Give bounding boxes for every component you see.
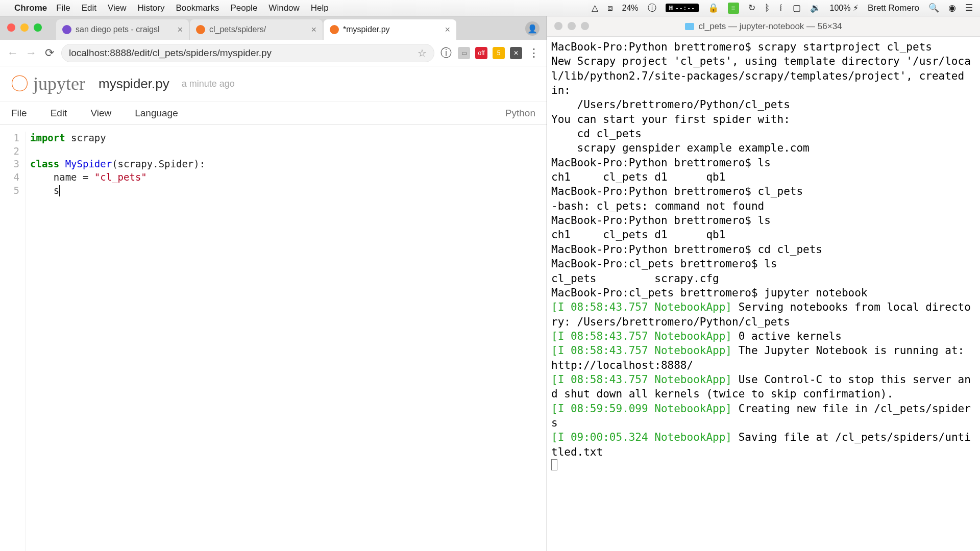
tab-close-icon[interactable]: ×: [445, 24, 450, 35]
volume-icon[interactable]: 🔉: [810, 3, 821, 13]
battery-text: 100% ⚡︎: [830, 3, 859, 13]
close-window-button[interactable]: [7, 23, 15, 32]
browser-tab-1[interactable]: cl_pets/spiders/×: [190, 19, 323, 40]
jup-menu-file[interactable]: File: [11, 108, 27, 119]
macos-menubar: Chrome File Edit View History Bookmarks …: [0, 0, 980, 16]
spotlight-icon[interactable]: 🔍: [928, 3, 939, 13]
tab-title: cl_pets/spiders/: [209, 25, 266, 34]
chrome-window: san diego pets - craigsl×cl_pets/spiders…: [0, 16, 547, 551]
jup-menu-language[interactable]: Language: [135, 108, 178, 119]
airplay-icon[interactable]: ▢: [793, 3, 801, 13]
kernel-language: Python: [505, 108, 535, 119]
back-button[interactable]: ←: [6, 46, 19, 60]
terminal-window-controls: [554, 22, 589, 30]
text-cursor: [59, 185, 60, 196]
tab-favicon: [196, 25, 205, 34]
jupyter-logo[interactable]: 〇 jupyter: [10, 71, 85, 96]
menu-file[interactable]: File: [56, 3, 70, 13]
browser-tab-2[interactable]: *myspider.py×: [324, 19, 456, 40]
menubar-right: △ ⧈ 24% ⓘ H--:-- 🔒 ≡ ↻ ᛒ ⧙ ▢ 🔉 100% ⚡︎ B…: [592, 2, 973, 14]
extension-close-icon[interactable]: ✕: [510, 47, 522, 59]
menu-view[interactable]: View: [108, 3, 127, 13]
adblock-off-icon[interactable]: off: [475, 47, 487, 59]
reload-button[interactable]: ⟳: [43, 46, 56, 60]
green-status-icon[interactable]: ≡: [728, 3, 739, 14]
user-name[interactable]: Brett Romero: [868, 3, 919, 13]
gdrive-icon[interactable]: △: [592, 3, 598, 13]
chrome-menu-icon[interactable]: ⋮: [527, 46, 541, 60]
jupyter-header: 〇 jupyter myspider.py a minute ago: [0, 66, 547, 102]
jup-menu-edit[interactable]: Edit: [51, 108, 67, 119]
terminal-maximize-button[interactable]: [581, 22, 589, 30]
hours-tracker-icon[interactable]: H--:--: [666, 4, 699, 12]
zoom-percent: 24%: [622, 4, 639, 13]
tab-title: san diego pets - craigsl: [76, 25, 160, 34]
menu-edit[interactable]: Edit: [82, 3, 96, 13]
tab-title: *myspider.py: [343, 25, 390, 34]
active-app-name[interactable]: Chrome: [14, 3, 47, 13]
code-editor[interactable]: 1 2 3 4 5 import scrapy class MySpider(s…: [0, 124, 547, 551]
timemachine-icon[interactable]: ↻: [748, 3, 755, 13]
forward-button[interactable]: →: [24, 46, 38, 60]
window-controls: [7, 23, 42, 32]
extension-area: ⓘ ▭ off 5 ✕ ⋮: [439, 46, 541, 60]
url-text: localhost:8888/edit/cl_pets/spiders/mysp…: [69, 47, 272, 59]
bluetooth-icon[interactable]: ᛒ: [765, 3, 770, 13]
address-bar[interactable]: localhost:8888/edit/cl_pets/spiders/mysp…: [61, 44, 434, 62]
folder-icon: [685, 23, 694, 30]
menu-window[interactable]: Window: [268, 3, 299, 13]
chrome-toolbar: ← → ⟳ localhost:8888/edit/cl_pets/spider…: [0, 40, 547, 66]
chrome-profile-icon[interactable]: 👤: [525, 21, 540, 36]
terminal-close-button[interactable]: [554, 22, 562, 30]
maximize-window-button[interactable]: [34, 23, 42, 32]
menu-help[interactable]: Help: [311, 3, 329, 13]
lock-icon[interactable]: 🔒: [708, 3, 719, 13]
terminal-minimize-button[interactable]: [568, 22, 576, 30]
terminal-cursor: [551, 459, 557, 470]
terminal-body[interactable]: MacBook-Pro:Python brettromero$ scrapy s…: [547, 37, 980, 551]
notification-center-icon[interactable]: ☰: [965, 3, 973, 13]
dropbox-icon[interactable]: ⧈: [607, 3, 613, 13]
notebook-filename[interactable]: myspider.py: [99, 76, 169, 92]
wifi-icon[interactable]: ⧙: [779, 3, 783, 13]
chrome-tabstrip: san diego pets - craigsl×cl_pets/spiders…: [0, 16, 547, 40]
tab-favicon: [62, 25, 71, 34]
menu-history[interactable]: History: [137, 3, 164, 13]
terminal-window: cl_pets — jupyter-notebook — 56×34 MacBo…: [547, 16, 980, 551]
menu-people[interactable]: People: [230, 3, 257, 13]
accessibility-icon[interactable]: ⓘ: [648, 2, 656, 14]
jupyter-menu: File Edit View Language Python: [0, 102, 547, 124]
minimize-window-button[interactable]: [20, 23, 29, 32]
site-info-icon[interactable]: ⓘ: [439, 46, 453, 60]
terminal-titlebar[interactable]: cl_pets — jupyter-notebook — 56×34: [547, 16, 980, 37]
tab-close-icon[interactable]: ×: [311, 24, 316, 35]
bookmark-star-icon[interactable]: ☆: [418, 47, 427, 59]
menu-bookmarks[interactable]: Bookmarks: [176, 3, 219, 13]
extension-icon-2[interactable]: 5: [493, 47, 505, 59]
terminal-title-text: cl_pets — jupyter-notebook — 56×34: [698, 21, 842, 32]
browser-tab-0[interactable]: san diego pets - craigsl×: [56, 19, 189, 40]
tab-close-icon[interactable]: ×: [177, 24, 183, 35]
tab-favicon: [330, 25, 339, 34]
jup-menu-view[interactable]: View: [90, 108, 111, 119]
last-saved-text: a minute ago: [182, 79, 235, 89]
line-gutter: 1 2 3 4 5: [0, 132, 26, 551]
extension-icon-1[interactable]: ▭: [458, 47, 470, 59]
code-content[interactable]: import scrapy class MySpider(scrapy.Spid…: [26, 132, 547, 551]
siri-icon[interactable]: ◉: [948, 3, 956, 13]
